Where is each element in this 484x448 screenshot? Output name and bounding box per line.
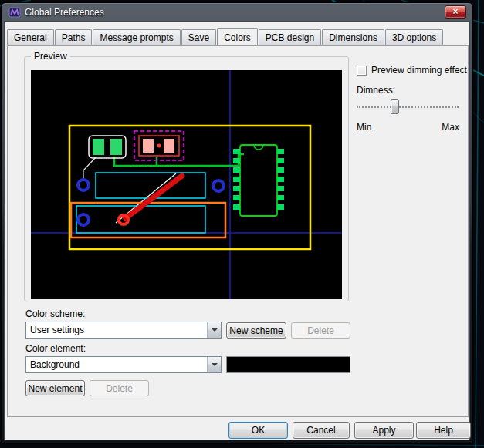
tab-general[interactable]: General: [7, 29, 54, 45]
new-scheme-button[interactable]: New scheme: [226, 322, 286, 339]
preview-dimming-label: Preview dimming effect: [371, 65, 467, 76]
color-element-label: Color element:: [25, 343, 86, 354]
global-preferences-dialog: Global Preferences × General Paths Messa…: [1, 2, 473, 444]
dimness-slider[interactable]: [357, 99, 459, 116]
tab-colors[interactable]: Colors: [217, 28, 258, 45]
slider-min-label: Min: [357, 122, 371, 133]
tab-message-prompts[interactable]: Message prompts: [93, 29, 180, 45]
slider-range-labels: Min Max: [357, 122, 459, 133]
element-color-swatch[interactable]: [226, 356, 350, 373]
pcb-preview-canvas: [31, 70, 342, 299]
help-button[interactable]: Help: [416, 422, 471, 439]
delete-element-button[interactable]: Delete: [90, 380, 149, 396]
cancel-button[interactable]: Cancel: [293, 422, 350, 439]
delete-scheme-button[interactable]: Delete: [291, 322, 350, 339]
slider-max-label: Max: [442, 122, 459, 133]
color-scheme-label: Color scheme:: [25, 308, 85, 319]
slider-thumb[interactable]: [391, 99, 399, 114]
window-title: Global Preferences: [25, 7, 104, 18]
tab-paths[interactable]: Paths: [55, 29, 93, 45]
preview-dimming-checkbox[interactable]: [357, 66, 367, 76]
color-element-dropdown[interactable]: Background: [25, 356, 222, 373]
color-element-selected-value: Background: [26, 359, 207, 370]
preview-group: Preview: [24, 56, 349, 301]
tab-dimensions[interactable]: Dimensions: [322, 29, 384, 45]
tab-3d-options[interactable]: 3D options: [385, 29, 443, 45]
preview-group-label: Preview: [31, 51, 70, 62]
new-element-button[interactable]: New element: [25, 380, 85, 396]
colors-tab-page: Preview: [7, 45, 469, 417]
preview-dimming-row: Preview dimming effect: [357, 65, 467, 76]
dimness-label: Dimness:: [357, 85, 395, 96]
app-icon: [8, 6, 21, 19]
color-scheme-selected-value: User settings: [26, 325, 207, 335]
chevron-down-icon[interactable]: [207, 357, 221, 372]
close-icon[interactable]: ×: [445, 5, 466, 19]
color-scheme-dropdown[interactable]: User settings: [25, 322, 222, 339]
tab-pcb-design[interactable]: PCB design: [259, 29, 321, 45]
titlebar[interactable]: Global Preferences ×: [4, 3, 470, 21]
chevron-down-icon[interactable]: [207, 322, 221, 338]
dialog-client-area: General Paths Message prompts Save Color…: [4, 21, 470, 440]
tab-save[interactable]: Save: [181, 29, 216, 45]
tab-strip: General Paths Message prompts Save Color…: [7, 28, 444, 45]
slider-track[interactable]: [357, 106, 459, 108]
apply-button[interactable]: Apply: [354, 422, 414, 439]
pcb-preview-graphic: [31, 70, 342, 299]
ok-button[interactable]: OK: [228, 422, 288, 439]
